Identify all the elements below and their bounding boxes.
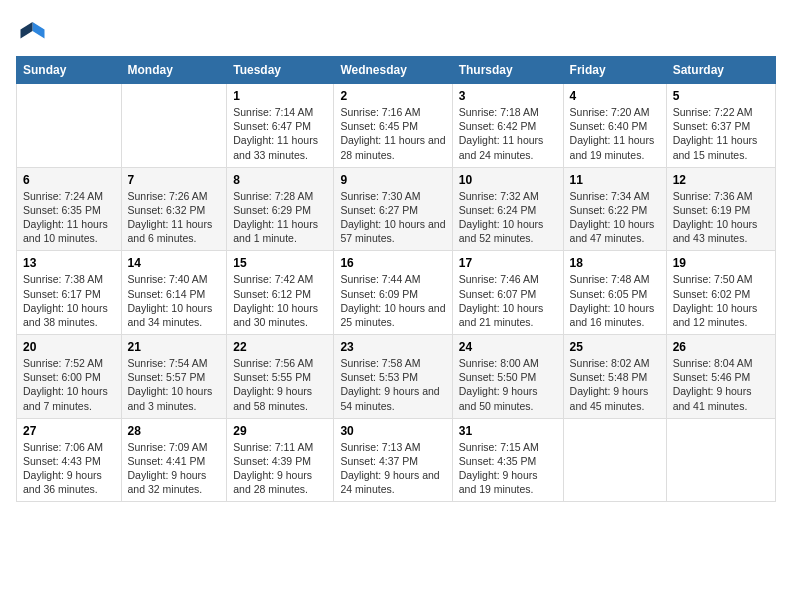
calendar-cell: 16Sunrise: 7:44 AMSunset: 6:09 PMDayligh… [334, 251, 452, 335]
day-detail: Sunrise: 7:56 AMSunset: 5:55 PMDaylight:… [233, 356, 327, 413]
calendar-cell: 7Sunrise: 7:26 AMSunset: 6:32 PMDaylight… [121, 167, 227, 251]
day-detail: Sunrise: 7:13 AMSunset: 4:37 PMDaylight:… [340, 440, 445, 497]
calendar-cell: 5Sunrise: 7:22 AMSunset: 6:37 PMDaylight… [666, 84, 775, 168]
calendar-cell: 18Sunrise: 7:48 AMSunset: 6:05 PMDayligh… [563, 251, 666, 335]
day-number: 16 [340, 256, 445, 270]
day-detail: Sunrise: 7:22 AMSunset: 6:37 PMDaylight:… [673, 105, 769, 162]
day-number: 4 [570, 89, 660, 103]
day-number: 31 [459, 424, 557, 438]
calendar-cell: 27Sunrise: 7:06 AMSunset: 4:43 PMDayligh… [17, 418, 122, 502]
calendar-cell: 30Sunrise: 7:13 AMSunset: 4:37 PMDayligh… [334, 418, 452, 502]
day-number: 24 [459, 340, 557, 354]
day-number: 2 [340, 89, 445, 103]
day-detail: Sunrise: 7:30 AMSunset: 6:27 PMDaylight:… [340, 189, 445, 246]
calendar-cell: 24Sunrise: 8:00 AMSunset: 5:50 PMDayligh… [452, 335, 563, 419]
day-number: 13 [23, 256, 115, 270]
logo-icon [16, 16, 46, 46]
col-header-wednesday: Wednesday [334, 57, 452, 84]
day-number: 3 [459, 89, 557, 103]
calendar-cell: 9Sunrise: 7:30 AMSunset: 6:27 PMDaylight… [334, 167, 452, 251]
day-detail: Sunrise: 8:00 AMSunset: 5:50 PMDaylight:… [459, 356, 557, 413]
day-detail: Sunrise: 7:16 AMSunset: 6:45 PMDaylight:… [340, 105, 445, 162]
day-number: 18 [570, 256, 660, 270]
day-detail: Sunrise: 7:50 AMSunset: 6:02 PMDaylight:… [673, 272, 769, 329]
day-detail: Sunrise: 8:04 AMSunset: 5:46 PMDaylight:… [673, 356, 769, 413]
day-detail: Sunrise: 7:11 AMSunset: 4:39 PMDaylight:… [233, 440, 327, 497]
day-detail: Sunrise: 7:28 AMSunset: 6:29 PMDaylight:… [233, 189, 327, 246]
day-number: 11 [570, 173, 660, 187]
calendar-cell: 6Sunrise: 7:24 AMSunset: 6:35 PMDaylight… [17, 167, 122, 251]
day-number: 14 [128, 256, 221, 270]
day-detail: Sunrise: 7:26 AMSunset: 6:32 PMDaylight:… [128, 189, 221, 246]
calendar-cell: 12Sunrise: 7:36 AMSunset: 6:19 PMDayligh… [666, 167, 775, 251]
col-header-thursday: Thursday [452, 57, 563, 84]
day-detail: Sunrise: 7:42 AMSunset: 6:12 PMDaylight:… [233, 272, 327, 329]
calendar-cell: 21Sunrise: 7:54 AMSunset: 5:57 PMDayligh… [121, 335, 227, 419]
calendar-cell: 15Sunrise: 7:42 AMSunset: 6:12 PMDayligh… [227, 251, 334, 335]
day-detail: Sunrise: 7:48 AMSunset: 6:05 PMDaylight:… [570, 272, 660, 329]
day-detail: Sunrise: 7:09 AMSunset: 4:41 PMDaylight:… [128, 440, 221, 497]
day-detail: Sunrise: 7:54 AMSunset: 5:57 PMDaylight:… [128, 356, 221, 413]
day-number: 9 [340, 173, 445, 187]
day-number: 15 [233, 256, 327, 270]
header-row: SundayMondayTuesdayWednesdayThursdayFrid… [17, 57, 776, 84]
week-row-1: 1Sunrise: 7:14 AMSunset: 6:47 PMDaylight… [17, 84, 776, 168]
day-detail: Sunrise: 7:40 AMSunset: 6:14 PMDaylight:… [128, 272, 221, 329]
calendar-cell: 29Sunrise: 7:11 AMSunset: 4:39 PMDayligh… [227, 418, 334, 502]
day-detail: Sunrise: 7:34 AMSunset: 6:22 PMDaylight:… [570, 189, 660, 246]
day-number: 19 [673, 256, 769, 270]
day-number: 5 [673, 89, 769, 103]
calendar-cell: 20Sunrise: 7:52 AMSunset: 6:00 PMDayligh… [17, 335, 122, 419]
day-number: 1 [233, 89, 327, 103]
day-detail: Sunrise: 7:18 AMSunset: 6:42 PMDaylight:… [459, 105, 557, 162]
day-number: 6 [23, 173, 115, 187]
day-detail: Sunrise: 7:20 AMSunset: 6:40 PMDaylight:… [570, 105, 660, 162]
day-number: 23 [340, 340, 445, 354]
week-row-3: 13Sunrise: 7:38 AMSunset: 6:17 PMDayligh… [17, 251, 776, 335]
calendar-cell: 19Sunrise: 7:50 AMSunset: 6:02 PMDayligh… [666, 251, 775, 335]
calendar-cell [121, 84, 227, 168]
day-number: 27 [23, 424, 115, 438]
day-number: 26 [673, 340, 769, 354]
calendar-cell: 1Sunrise: 7:14 AMSunset: 6:47 PMDaylight… [227, 84, 334, 168]
col-header-sunday: Sunday [17, 57, 122, 84]
day-detail: Sunrise: 7:36 AMSunset: 6:19 PMDaylight:… [673, 189, 769, 246]
calendar-cell: 8Sunrise: 7:28 AMSunset: 6:29 PMDaylight… [227, 167, 334, 251]
day-detail: Sunrise: 7:44 AMSunset: 6:09 PMDaylight:… [340, 272, 445, 329]
col-header-friday: Friday [563, 57, 666, 84]
calendar-cell: 2Sunrise: 7:16 AMSunset: 6:45 PMDaylight… [334, 84, 452, 168]
calendar-cell: 3Sunrise: 7:18 AMSunset: 6:42 PMDaylight… [452, 84, 563, 168]
day-detail: Sunrise: 7:46 AMSunset: 6:07 PMDaylight:… [459, 272, 557, 329]
day-number: 10 [459, 173, 557, 187]
calendar-cell [17, 84, 122, 168]
calendar-cell: 26Sunrise: 8:04 AMSunset: 5:46 PMDayligh… [666, 335, 775, 419]
day-detail: Sunrise: 7:58 AMSunset: 5:53 PMDaylight:… [340, 356, 445, 413]
day-number: 21 [128, 340, 221, 354]
calendar-table: SundayMondayTuesdayWednesdayThursdayFrid… [16, 56, 776, 502]
day-number: 22 [233, 340, 327, 354]
calendar-cell: 11Sunrise: 7:34 AMSunset: 6:22 PMDayligh… [563, 167, 666, 251]
week-row-4: 20Sunrise: 7:52 AMSunset: 6:00 PMDayligh… [17, 335, 776, 419]
col-header-saturday: Saturday [666, 57, 775, 84]
day-number: 20 [23, 340, 115, 354]
calendar-cell [563, 418, 666, 502]
day-number: 30 [340, 424, 445, 438]
day-detail: Sunrise: 7:06 AMSunset: 4:43 PMDaylight:… [23, 440, 115, 497]
day-number: 17 [459, 256, 557, 270]
calendar-cell: 28Sunrise: 7:09 AMSunset: 4:41 PMDayligh… [121, 418, 227, 502]
calendar-cell: 25Sunrise: 8:02 AMSunset: 5:48 PMDayligh… [563, 335, 666, 419]
calendar-cell: 13Sunrise: 7:38 AMSunset: 6:17 PMDayligh… [17, 251, 122, 335]
day-detail: Sunrise: 8:02 AMSunset: 5:48 PMDaylight:… [570, 356, 660, 413]
calendar-cell [666, 418, 775, 502]
day-number: 12 [673, 173, 769, 187]
calendar-cell: 10Sunrise: 7:32 AMSunset: 6:24 PMDayligh… [452, 167, 563, 251]
day-detail: Sunrise: 7:32 AMSunset: 6:24 PMDaylight:… [459, 189, 557, 246]
calendar-cell: 4Sunrise: 7:20 AMSunset: 6:40 PMDaylight… [563, 84, 666, 168]
calendar-cell: 14Sunrise: 7:40 AMSunset: 6:14 PMDayligh… [121, 251, 227, 335]
col-header-monday: Monday [121, 57, 227, 84]
calendar-cell: 31Sunrise: 7:15 AMSunset: 4:35 PMDayligh… [452, 418, 563, 502]
week-row-2: 6Sunrise: 7:24 AMSunset: 6:35 PMDaylight… [17, 167, 776, 251]
day-number: 25 [570, 340, 660, 354]
day-number: 8 [233, 173, 327, 187]
calendar-cell: 17Sunrise: 7:46 AMSunset: 6:07 PMDayligh… [452, 251, 563, 335]
